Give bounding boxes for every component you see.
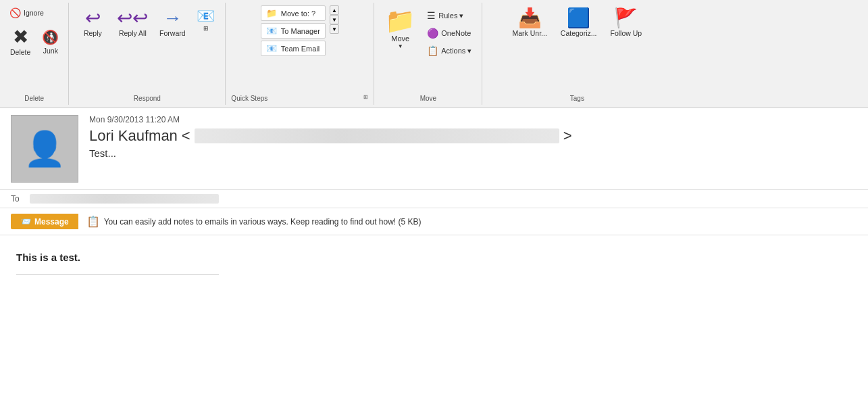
move-group: 📁 Move ▼ ☰ Rules ▾ 🟣 OneNote 📋 Actions ▾ xyxy=(374,3,482,105)
actions-button[interactable]: 📋 Actions ▾ xyxy=(423,43,476,58)
qs-move-to-icon: 📁 xyxy=(266,8,277,18)
forward-icon: → xyxy=(163,9,182,28)
categorize-icon: 🟦 xyxy=(567,9,590,28)
onenote-icon: 🟣 xyxy=(427,28,438,39)
from-bracket-open: < xyxy=(182,127,190,145)
reply-icon: ↩ xyxy=(85,9,101,28)
message-tab-icon: 📨 xyxy=(20,216,31,227)
follow-up-icon: 🚩 xyxy=(614,9,638,28)
qs-to-manager[interactable]: 📧 To Manager xyxy=(261,23,326,39)
tags-group-label: Tags xyxy=(570,92,584,102)
move-arrow-icon: ▼ xyxy=(398,43,403,49)
quick-steps-group: 📁 Move to: ? 📧 To Manager 📧 Team Email ▲… xyxy=(226,3,374,105)
qs-to-manager-icon: 📧 xyxy=(266,26,277,36)
follow-up-button[interactable]: 🚩 Follow Up xyxy=(606,5,647,41)
more-respond-icon: 📧 xyxy=(197,9,215,24)
to-address-blurred xyxy=(30,194,219,204)
qs-move-to[interactable]: 📁 Move to: ? xyxy=(261,5,326,21)
ignore-button[interactable]: 🚫 Ignore xyxy=(5,5,48,20)
message-content-text: You can easily add notes to emails in va… xyxy=(104,217,422,227)
qs-team-email[interactable]: 📧 Team Email xyxy=(261,41,326,56)
junk-icon: 🚯 xyxy=(42,30,59,44)
email-subject: Test... xyxy=(89,147,857,159)
ignore-icon: 🚫 xyxy=(9,8,21,18)
junk-button[interactable]: 🚯 Junk xyxy=(38,24,63,58)
delete-button[interactable]: ✖ Delete xyxy=(5,24,35,60)
message-content: 📋 You can easily add notes to emails in … xyxy=(78,212,430,231)
email-body: This is a test. xyxy=(0,235,868,291)
delete-group: 🚫 Ignore ✖ Delete 🚯 Junk Delete xyxy=(0,3,69,105)
to-label: To xyxy=(11,194,24,204)
mark-unread-button[interactable]: 📥 Mark Unr... xyxy=(507,5,551,41)
email-area: 👤 Mon 9/30/2013 11:20 AM Lori Kaufman < … xyxy=(0,108,868,291)
avatar-icon: 👤 xyxy=(24,132,66,166)
move-button[interactable]: 📁 Move ▼ xyxy=(380,5,420,53)
email-date: Mon 9/30/2013 11:20 AM xyxy=(89,115,857,124)
from-bracket-close: > xyxy=(563,127,572,145)
ribbon: 🚫 Ignore ✖ Delete 🚯 Junk Delete ↩ R xyxy=(0,0,868,108)
rules-icon: ☰ xyxy=(427,10,436,21)
email-header: 👤 Mon 9/30/2013 11:20 AM Lori Kaufman < … xyxy=(0,108,868,190)
avatar: 👤 xyxy=(11,115,78,183)
respond-group-label: Respond xyxy=(134,92,161,102)
email-from: Lori Kaufman < > xyxy=(89,127,857,145)
respond-group: ↩ Reply ↩↩ Reply All → Forward 📧 ⊞ Respo… xyxy=(69,3,226,105)
message-tab-label: Message xyxy=(34,217,69,227)
qs-to-manager-label: To Manager xyxy=(281,27,320,35)
qs-team-email-label: Team Email xyxy=(281,45,320,53)
move-group-label: Move xyxy=(420,92,436,102)
sender-email-blurred xyxy=(195,128,559,143)
reply-all-icon: ↩↩ xyxy=(117,9,148,28)
quick-steps-list: 📁 Move to: ? 📧 To Manager 📧 Team Email xyxy=(261,5,326,56)
email-meta: Mon 9/30/2013 11:20 AM Lori Kaufman < > … xyxy=(89,115,857,159)
message-tab[interactable]: 📨 Message xyxy=(11,214,78,229)
sender-name: Lori Kaufman xyxy=(89,127,178,145)
qs-team-email-icon: 📧 xyxy=(266,43,277,53)
forward-button[interactable]: → Forward xyxy=(154,5,190,41)
qs-move-to-label: Move to: ? xyxy=(281,9,315,18)
more-respond-button[interactable]: 📧 ⊞ xyxy=(192,5,220,36)
rules-button[interactable]: ☰ Rules ▾ xyxy=(423,8,476,23)
actions-icon: 📋 xyxy=(427,45,438,56)
email-to-row: To xyxy=(0,190,868,208)
categorize-button[interactable]: 🟦 Categoriz... xyxy=(556,5,602,41)
attachment-icon: 📋 xyxy=(86,215,100,228)
onenote-button[interactable]: 🟣 OneNote xyxy=(423,26,476,41)
quick-steps-expand-icon[interactable]: ⊞ xyxy=(363,94,368,100)
reply-button[interactable]: ↩ Reply xyxy=(74,5,111,41)
reply-all-button[interactable]: ↩↩ Reply All xyxy=(112,5,153,41)
qs-scroll-down[interactable]: ▼ xyxy=(330,15,339,24)
email-body-separator xyxy=(16,274,219,275)
move-folder-icon: 📁 xyxy=(385,9,415,33)
message-bar: 📨 Message 📋 You can easily add notes to … xyxy=(0,208,868,235)
delete-icon: ✖ xyxy=(13,28,28,47)
mark-unread-icon: 📥 xyxy=(518,9,542,28)
qs-expand-button[interactable]: ▼ xyxy=(330,24,339,34)
quick-steps-group-label: Quick Steps xyxy=(231,92,267,102)
qs-scroll-up[interactable]: ▲ xyxy=(330,5,339,15)
quick-steps-controls: ▲ ▼ ▼ xyxy=(330,5,339,34)
delete-group-label: Delete xyxy=(24,92,44,102)
tags-group: 📥 Mark Unr... 🟦 Categoriz... 🚩 Follow Up… xyxy=(482,3,671,105)
email-body-text: This is a test. xyxy=(16,252,80,263)
